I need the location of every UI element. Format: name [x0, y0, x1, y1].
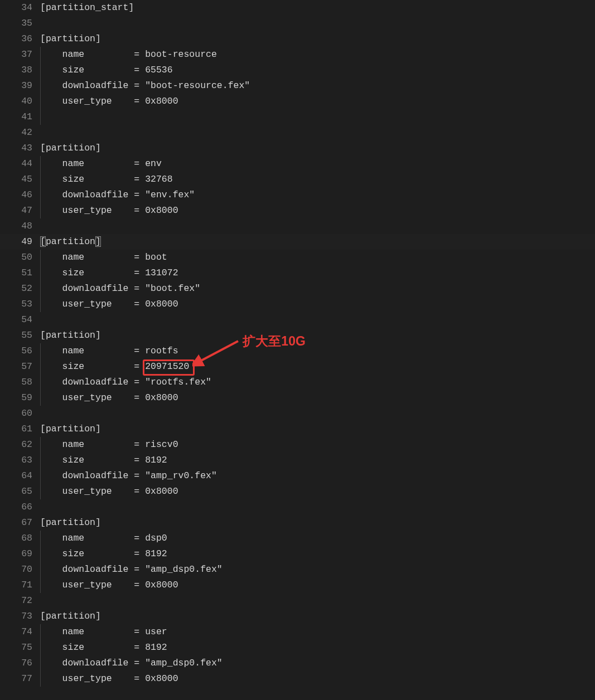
- line-number: 53: [0, 296, 40, 312]
- code-line[interactable]: 45 size = 32768: [0, 172, 595, 187]
- line-number: 34: [0, 0, 40, 16]
- code-content: downloadfile = "rootfs.fex": [40, 375, 595, 390]
- code-line[interactable]: 64 downloadfile = "amp_rv0.fex": [0, 468, 595, 484]
- code-content: name = riscv0: [40, 437, 595, 453]
- line-number: 65: [0, 484, 40, 499]
- code-content: user_type = 0x8000: [40, 296, 595, 312]
- line-number: 61: [0, 421, 40, 437]
- code-content: name = rootfs: [40, 343, 595, 359]
- line-number: 67: [0, 515, 40, 531]
- code-content: [partition]: [40, 31, 595, 47]
- code-content: downloadfile = "env.fex": [40, 187, 595, 203]
- code-line[interactable]: 46 downloadfile = "env.fex": [0, 187, 595, 203]
- code-line[interactable]: 69 size = 8192: [0, 546, 595, 562]
- code-line[interactable]: 35: [0, 16, 595, 31]
- code-content: [partition_start]: [40, 0, 595, 16]
- code-line[interactable]: 61[partition]: [0, 421, 595, 437]
- line-number: 38: [0, 62, 40, 78]
- code-line[interactable]: 47 user_type = 0x8000: [0, 203, 595, 218]
- code-line[interactable]: 62 name = riscv0: [0, 437, 595, 453]
- code-line[interactable]: 55[partition]: [0, 328, 595, 343]
- line-number: 37: [0, 47, 40, 62]
- code-line[interactable]: 38 size = 65536: [0, 62, 595, 78]
- code-line[interactable]: 48: [0, 218, 595, 234]
- code-line[interactable]: 54: [0, 312, 595, 328]
- code-line[interactable]: 34[partition_start]: [0, 0, 595, 16]
- code-line[interactable]: 56 name = rootfs: [0, 343, 595, 359]
- code-line[interactable]: 59 user_type = 0x8000: [0, 390, 595, 406]
- code-content: size = 8192: [40, 640, 595, 655]
- code-content: [partition]: [40, 609, 595, 624]
- line-number: 41: [0, 109, 40, 125]
- line-number: 47: [0, 203, 40, 218]
- code-line[interactable]: 72: [0, 593, 595, 609]
- code-content: [partition]: [40, 234, 595, 250]
- code-content: name = boot-resource: [40, 47, 595, 62]
- line-number: 39: [0, 78, 40, 94]
- code-content: size = 32768: [40, 172, 595, 187]
- code-line[interactable]: 66: [0, 499, 595, 515]
- code-content: name = user: [40, 624, 595, 640]
- code-content: name = env: [40, 156, 595, 172]
- code-line[interactable]: 77 user_type = 0x8000: [0, 671, 595, 687]
- code-line[interactable]: 68 name = dsp0: [0, 531, 595, 546]
- code-line[interactable]: 70 downloadfile = "amp_dsp0.fex": [0, 562, 595, 577]
- code-line[interactable]: 67[partition]: [0, 515, 595, 531]
- code-line[interactable]: 75 size = 8192: [0, 640, 595, 655]
- code-line[interactable]: 49[partition]: [0, 234, 595, 250]
- code-content: downloadfile = "amp_dsp0.fex": [40, 655, 595, 671]
- code-content: name = boot: [40, 250, 595, 265]
- code-line[interactable]: 76 downloadfile = "amp_dsp0.fex": [0, 655, 595, 671]
- line-number: 51: [0, 265, 40, 281]
- code-content: [partition]: [40, 140, 595, 156]
- line-number: 69: [0, 546, 40, 562]
- code-line[interactable]: 60: [0, 406, 595, 421]
- line-number: 71: [0, 577, 40, 593]
- line-number: 40: [0, 94, 40, 109]
- line-number: 63: [0, 453, 40, 468]
- code-content: [partition]: [40, 421, 595, 437]
- code-line[interactable]: 63 size = 8192: [0, 453, 595, 468]
- line-number: 42: [0, 125, 40, 140]
- code-line[interactable]: 42: [0, 125, 595, 140]
- line-number: 74: [0, 624, 40, 640]
- line-number: 48: [0, 218, 40, 234]
- code-line[interactable]: 71 user_type = 0x8000: [0, 577, 595, 593]
- line-number: 60: [0, 406, 40, 421]
- code-line[interactable]: 36[partition]: [0, 31, 595, 47]
- code-line[interactable]: 40 user_type = 0x8000: [0, 94, 595, 109]
- line-number: 45: [0, 172, 40, 187]
- line-number: 64: [0, 468, 40, 484]
- line-number: 62: [0, 437, 40, 453]
- code-line[interactable]: 50 name = boot: [0, 250, 595, 265]
- code-editor[interactable]: 34[partition_start]3536[partition]37 nam…: [0, 0, 595, 700]
- code-line[interactable]: 73[partition]: [0, 609, 595, 624]
- code-line[interactable]: 57 size = 20971520: [0, 359, 595, 375]
- code-line[interactable]: 44 name = env: [0, 156, 595, 172]
- code-line[interactable]: 39 downloadfile = "boot-resource.fex": [0, 78, 595, 94]
- line-number: 76: [0, 655, 40, 671]
- code-content: name = dsp0: [40, 531, 595, 546]
- line-number: 36: [0, 31, 40, 47]
- line-number: 57: [0, 359, 40, 375]
- code-content: downloadfile = "boot-resource.fex": [40, 78, 595, 94]
- code-line[interactable]: 51 size = 131072: [0, 265, 595, 281]
- line-number: 52: [0, 281, 40, 296]
- line-number: 55: [0, 328, 40, 343]
- code-content: [partition]: [40, 328, 595, 343]
- code-line[interactable]: 43[partition]: [0, 140, 595, 156]
- code-content: user_type = 0x8000: [40, 671, 595, 687]
- code-content: size = 20971520: [40, 359, 595, 375]
- code-line[interactable]: 52 downloadfile = "boot.fex": [0, 281, 595, 296]
- code-line[interactable]: 37 name = boot-resource: [0, 47, 595, 62]
- line-number: 68: [0, 531, 40, 546]
- line-number: 54: [0, 312, 40, 328]
- line-number: 73: [0, 609, 40, 624]
- code-line[interactable]: 65 user_type = 0x8000: [0, 484, 595, 499]
- code-line[interactable]: 74 name = user: [0, 624, 595, 640]
- line-number: 49: [0, 234, 40, 250]
- code-line[interactable]: 41: [0, 109, 595, 125]
- code-line[interactable]: 58 downloadfile = "rootfs.fex": [0, 375, 595, 390]
- code-line[interactable]: 53 user_type = 0x8000: [0, 296, 595, 312]
- code-content: [partition]: [40, 515, 595, 531]
